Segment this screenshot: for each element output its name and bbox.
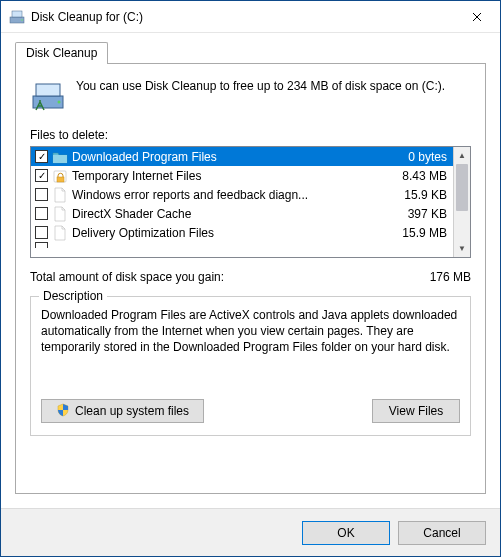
file-checkbox[interactable] bbox=[35, 226, 48, 239]
total-value: 176 MB bbox=[430, 270, 471, 284]
file-checkbox[interactable] bbox=[35, 188, 48, 201]
file-icon bbox=[52, 187, 68, 203]
file-checkbox[interactable] bbox=[35, 207, 48, 220]
svg-point-5 bbox=[58, 101, 61, 104]
file-size: 397 KB bbox=[391, 207, 449, 221]
view-files-button[interactable]: View Files bbox=[372, 399, 460, 423]
scroll-down-button[interactable]: ▼ bbox=[454, 240, 470, 257]
ok-button[interactable]: OK bbox=[302, 521, 390, 545]
svg-rect-6 bbox=[53, 155, 67, 163]
description-group-label: Description bbox=[39, 289, 107, 303]
view-files-label: View Files bbox=[389, 404, 443, 418]
drive-cleanup-icon bbox=[30, 78, 66, 114]
file-list: ✓Downloaded Program Files0 bytes✓Tempora… bbox=[30, 146, 471, 258]
shield-icon bbox=[56, 403, 70, 420]
svg-point-2 bbox=[21, 19, 23, 21]
tab-panel: You can use Disk Cleanup to free up to 2… bbox=[15, 63, 486, 494]
scroll-track[interactable] bbox=[454, 164, 470, 240]
file-row[interactable]: ✓Downloaded Program Files0 bytes bbox=[31, 147, 453, 166]
tab-strip: Disk Cleanup bbox=[15, 41, 486, 63]
file-name: Delivery Optimization Files bbox=[72, 226, 387, 240]
total-label: Total amount of disk space you gain: bbox=[30, 270, 224, 284]
file-row[interactable]: ✓Temporary Internet Files8.43 MB bbox=[31, 166, 453, 185]
clean-system-files-button[interactable]: Clean up system files bbox=[41, 399, 204, 423]
file-size: 15.9 KB bbox=[391, 188, 449, 202]
file-checkbox[interactable]: ✓ bbox=[35, 150, 48, 163]
description-group: Description Downloaded Program Files are… bbox=[30, 296, 471, 436]
titlebar: Disk Cleanup for (C:) bbox=[1, 1, 500, 33]
tab-disk-cleanup[interactable]: Disk Cleanup bbox=[15, 42, 108, 64]
content-area: Disk Cleanup You can use Disk Cleanup to… bbox=[1, 33, 500, 508]
folder-icon bbox=[52, 149, 68, 165]
file-row[interactable]: DirectX Shader Cache397 KB bbox=[31, 204, 453, 223]
intro-row: You can use Disk Cleanup to free up to 2… bbox=[30, 78, 471, 114]
files-to-delete-label: Files to delete: bbox=[30, 128, 471, 142]
file-icon bbox=[52, 206, 68, 222]
file-size: 0 bytes bbox=[391, 150, 449, 164]
file-name: Temporary Internet Files bbox=[72, 169, 387, 183]
clean-system-files-label: Clean up system files bbox=[75, 404, 189, 418]
file-name: Windows error reports and feedback diagn… bbox=[72, 188, 387, 202]
intro-text: You can use Disk Cleanup to free up to 2… bbox=[76, 78, 471, 94]
file-size: 8.43 MB bbox=[391, 169, 449, 183]
file-name: Downloaded Program Files bbox=[72, 150, 387, 164]
svg-rect-1 bbox=[12, 11, 22, 17]
scroll-up-button[interactable]: ▲ bbox=[454, 147, 470, 164]
file-row[interactable]: Delivery Optimization Files15.9 MB bbox=[31, 223, 453, 242]
lock-icon bbox=[52, 168, 68, 184]
file-icon bbox=[52, 225, 68, 241]
svg-rect-8 bbox=[57, 177, 64, 182]
file-name: DirectX Shader Cache bbox=[72, 207, 387, 221]
close-button[interactable] bbox=[454, 1, 500, 32]
description-text: Downloaded Program Files are ActiveX con… bbox=[41, 307, 460, 387]
window-title: Disk Cleanup for (C:) bbox=[31, 10, 454, 24]
file-size: 15.9 MB bbox=[391, 226, 449, 240]
file-list-rows: ✓Downloaded Program Files0 bytes✓Tempora… bbox=[31, 147, 453, 257]
total-row: Total amount of disk space you gain: 176… bbox=[30, 270, 471, 284]
scrollbar[interactable]: ▲ ▼ bbox=[453, 147, 470, 257]
file-row-partial bbox=[31, 242, 453, 249]
file-checkbox[interactable]: ✓ bbox=[35, 169, 48, 182]
file-row[interactable]: Windows error reports and feedback diagn… bbox=[31, 185, 453, 204]
description-buttons: Clean up system files View Files bbox=[41, 399, 460, 423]
svg-rect-4 bbox=[36, 84, 60, 96]
scroll-thumb[interactable] bbox=[456, 164, 468, 211]
drive-icon bbox=[9, 9, 25, 25]
dialog-footer: OK Cancel bbox=[1, 508, 500, 556]
cancel-button[interactable]: Cancel bbox=[398, 521, 486, 545]
